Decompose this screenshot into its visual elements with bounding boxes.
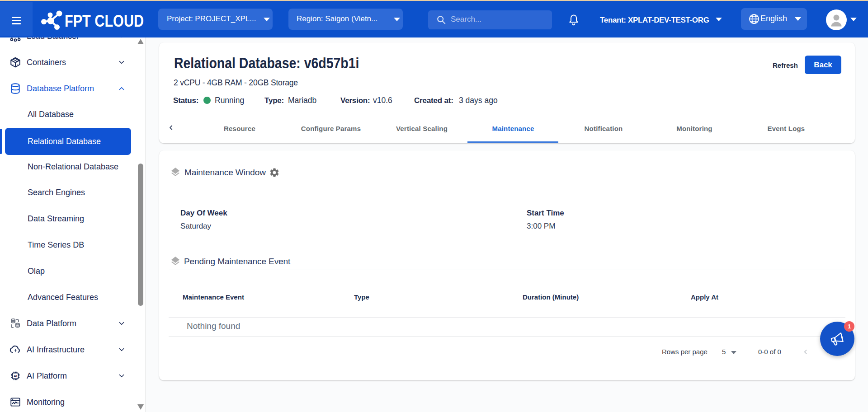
svg-text:AI: AI [14,374,17,378]
